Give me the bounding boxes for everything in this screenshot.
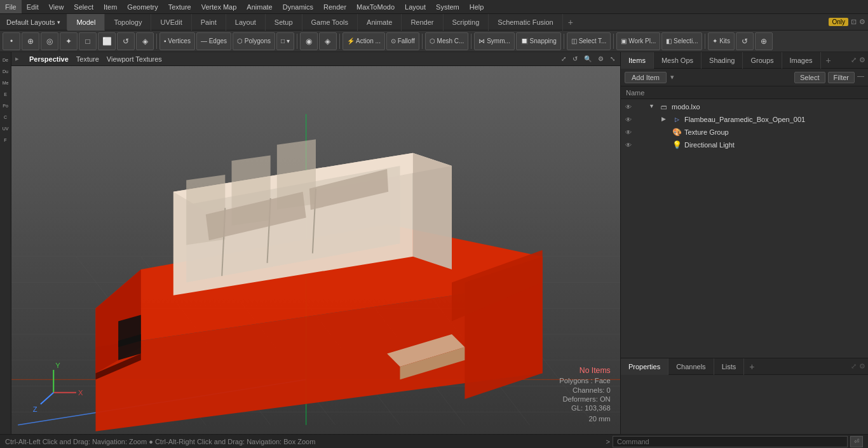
item-eye-4[interactable]: 👁	[623, 140, 634, 150]
sidebar-tool-1[interactable]: De	[1, 55, 11, 65]
toolbar-rect2[interactable]: ⬜	[98, 32, 116, 50]
toolbar-mesh-c[interactable]: ⬡ Mesh C...	[425, 32, 469, 50]
item-eye-3[interactable]: 👁	[623, 127, 634, 137]
prop-tab-channels[interactable]: Channels	[668, 358, 714, 375]
toolbar-globe[interactable]: ⊕	[22, 32, 39, 50]
item-row-directional-light[interactable]: 👁 💡 Directional Light	[621, 139, 868, 151]
layout-tab-scripting[interactable]: Scripting	[444, 14, 489, 31]
toolbar-dot[interactable]: •	[3, 32, 20, 50]
toolbar-snapping[interactable]: 🔲 Snapping	[516, 32, 561, 50]
layout-tab-uvedit[interactable]: UVEdit	[151, 14, 191, 31]
menu-view[interactable]: View	[44, 0, 69, 13]
menu-edit[interactable]: Edit	[22, 0, 44, 13]
toolbar-mode-select[interactable]: □ ▾	[276, 32, 294, 50]
menu-texture[interactable]: Texture	[163, 0, 196, 13]
item-row-modo-lxo[interactable]: 👁 ▼ 🗃 modo.lxo	[621, 100, 868, 113]
toolbar-work-pl[interactable]: ▣ Work Pl...	[616, 32, 660, 50]
item-row-flambeau[interactable]: 👁 ▶ ▷ Flambeau_Paramedic_Box_Open_001	[621, 113, 868, 126]
viewport-tab-perspective[interactable]: Perspective	[29, 55, 69, 63]
item-expand-1[interactable]: ▼	[649, 103, 656, 111]
prop-settings-icon[interactable]: ⚙	[859, 362, 865, 370]
panel-tab-shading[interactable]: Shading	[702, 52, 743, 69]
sidebar-tool-8[interactable]: F	[1, 135, 11, 145]
toolbar-rotate[interactable]: ↺	[117, 32, 135, 50]
menu-help[interactable]: Help	[465, 0, 489, 13]
toolbar-vertices[interactable]: ▪ Vertices	[159, 32, 195, 50]
menu-item[interactable]: Item	[98, 0, 122, 13]
toolbar-falloff[interactable]: ⊙ Falloff	[386, 32, 419, 50]
layout-tab-layout[interactable]: Layout	[226, 14, 266, 31]
menu-dynamics[interactable]: Dynamics	[278, 0, 318, 13]
layout-settings-icon[interactable]: ⚙	[859, 18, 865, 26]
menu-vertex-map[interactable]: Vertex Map	[196, 0, 242, 13]
menu-select[interactable]: Select	[69, 0, 98, 13]
layout-tab-schematic[interactable]: Schematic Fusion	[489, 14, 562, 31]
item-eye-2[interactable]: 👁	[623, 114, 634, 125]
toolbar-circle-btn[interactable]: ◉	[300, 32, 318, 50]
toolbar-rect[interactable]: □	[79, 32, 97, 50]
prop-tab-add[interactable]: +	[744, 358, 759, 374]
toolbar-kits[interactable]: ✦ Kits	[708, 32, 734, 50]
menu-animate[interactable]: Animate	[241, 0, 277, 13]
layout-tab-add[interactable]: +	[563, 17, 578, 27]
sidebar-tool-7[interactable]: UV	[1, 123, 11, 133]
toolbar-action[interactable]: ⚡ Action ...	[342, 32, 385, 50]
viewport-settings-icon[interactable]: ⚙	[597, 55, 605, 62]
command-input[interactable]	[613, 436, 848, 447]
filter-button[interactable]: Filter	[828, 72, 855, 83]
sidebar-tool-5[interactable]: Po	[1, 100, 11, 111]
item-expand-2[interactable]: ▶	[661, 116, 669, 123]
layout-tab-paint[interactable]: Paint	[192, 14, 226, 31]
cmd-submit-button[interactable]: ⏎	[850, 436, 863, 447]
menu-system[interactable]: System	[431, 0, 465, 13]
layout-tab-setup[interactable]: Setup	[266, 14, 302, 31]
sidebar-tool-4[interactable]: E	[1, 89, 11, 99]
toolbar-select-t[interactable]: ◫ Select T...	[567, 32, 611, 50]
panel-settings-icon[interactable]: ⚙	[859, 56, 865, 64]
toolbar-diamond2[interactable]: ◈	[319, 32, 337, 50]
toolbar-rotate2[interactable]: ↺	[736, 32, 754, 50]
sidebar-tool-2[interactable]: Du	[1, 66, 11, 76]
layout-tab-animate[interactable]: Animate	[358, 14, 402, 31]
panel-expand-icon[interactable]: ⤢	[851, 56, 857, 64]
panel-tab-groups[interactable]: Groups	[743, 52, 782, 69]
item-row-texture-group[interactable]: 👁 🎨 Texture Group	[621, 126, 868, 139]
prop-tab-lists[interactable]: Lists	[714, 358, 745, 375]
toolbar-diamond[interactable]: ◈	[136, 32, 154, 50]
toolbar-symm[interactable]: ⋈ Symm...	[474, 32, 514, 50]
menu-file[interactable]: File	[0, 0, 22, 13]
items-toolbar-minus[interactable]: —	[857, 72, 864, 83]
viewport-collapse-arrow[interactable]: ▸	[15, 55, 19, 63]
viewport-canvas[interactable]: Y X Z No Items Polygons : Face Channels:…	[11, 66, 620, 434]
panel-tab-images[interactable]: Images	[782, 52, 821, 69]
select-button[interactable]: Select	[794, 72, 825, 83]
layout-tab-model[interactable]: Model	[67, 14, 105, 31]
menu-maxtomode[interactable]: MaxToModo	[351, 0, 400, 13]
toolbar-polygons[interactable]: ⬡ Polygons	[233, 32, 275, 50]
panel-tab-add[interactable]: +	[821, 52, 836, 68]
prop-expand-icon[interactable]: ⤢	[851, 362, 857, 370]
sidebar-tool-6[interactable]: C	[1, 112, 11, 122]
layout-maximize-icon[interactable]: ⊡	[851, 18, 857, 26]
toolbar-star[interactable]: ✦	[60, 32, 78, 50]
sidebar-tool-3[interactable]: Me	[1, 78, 11, 88]
panel-tab-mesh-ops[interactable]: Mesh Ops	[654, 52, 702, 69]
toolbar-edges[interactable]: — Edges	[196, 32, 231, 50]
panel-tab-items[interactable]: Items	[621, 52, 654, 69]
layout-tab-topology[interactable]: Topology	[105, 14, 151, 31]
viewport-tab-texture[interactable]: Texture	[76, 55, 99, 63]
viewport-rotate-icon[interactable]: ↺	[571, 55, 579, 62]
menu-layout[interactable]: Layout	[400, 0, 431, 13]
viewport-move-icon[interactable]: ⤢	[560, 55, 567, 62]
layout-tab-render[interactable]: Render	[402, 14, 443, 31]
toolbar-target[interactable]: ◎	[41, 32, 58, 50]
add-item-button[interactable]: Add Item	[625, 72, 667, 83]
item-eye-1[interactable]: 👁	[623, 102, 634, 112]
prop-tab-properties[interactable]: Properties	[621, 358, 668, 375]
viewport-zoom-icon[interactable]: 🔍	[583, 55, 593, 62]
toolbar-selecti[interactable]: ◧ Selecti...	[661, 32, 702, 50]
viewport-tab-vp-textures[interactable]: Viewport Textures	[107, 55, 162, 63]
viewport-expand-icon[interactable]: ⤡	[609, 55, 616, 62]
menu-geometry[interactable]: Geometry	[122, 0, 163, 13]
toolbar-plus[interactable]: ⊕	[755, 32, 773, 50]
